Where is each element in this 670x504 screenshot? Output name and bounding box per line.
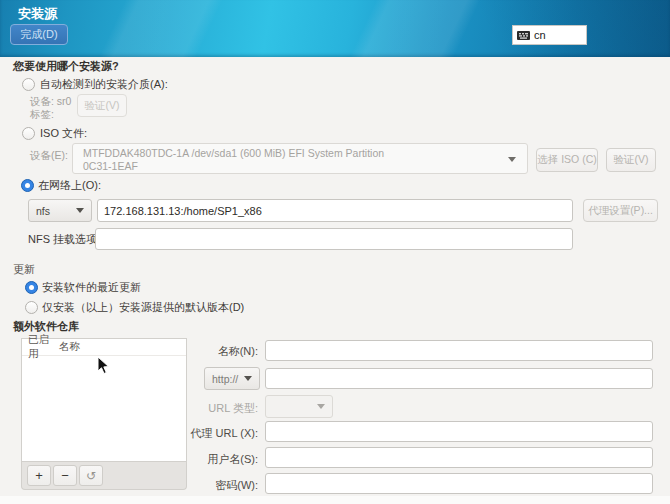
protocol-value: nfs — [36, 205, 50, 217]
default-only-radio[interactable] — [25, 301, 38, 314]
iso-file-radio[interactable] — [22, 127, 35, 140]
default-only-label: 仅安装（以上）安装源提供的默认版本(D) — [42, 300, 244, 315]
username-input[interactable] — [265, 447, 653, 468]
protocol-combo[interactable]: nfs — [28, 199, 92, 222]
proxy-url-input[interactable] — [265, 421, 653, 442]
network-label: 在网络上(O): — [38, 178, 101, 193]
repo-protocol-combo[interactable]: http:// — [204, 367, 260, 390]
installation-source-screen: 安装源 完成(D) cn 您要使用哪个安装源? 自动检测到的安装介质(A): 设… — [0, 0, 670, 504]
chevron-down-icon — [76, 208, 84, 213]
iso-device-combo[interactable]: MTFDDAK480TDC-1A /dev/sda1 (600 MiB) EFI… — [72, 143, 528, 174]
keyboard-layout-label: cn — [534, 29, 546, 41]
mouse-cursor — [97, 356, 110, 375]
iso-device-value-line2: 0C31-1EAF — [83, 160, 503, 173]
nfs-options-input[interactable] — [95, 228, 573, 250]
repo-name-label: 名称(N): — [120, 344, 258, 359]
source-question-heading: 您要使用哪个安装源? — [13, 59, 119, 74]
proxy-url-label: 代理 URL (X): — [120, 426, 258, 441]
add-repo-button[interactable]: + — [27, 465, 51, 486]
revert-icon: ↺ — [86, 469, 96, 483]
tag-label: 标签: — [30, 108, 54, 122]
device-value: sr0 — [57, 95, 72, 107]
latest-updates-radio[interactable] — [25, 281, 38, 294]
keyboard-layout-indicator[interactable]: cn — [512, 25, 587, 45]
proxy-settings-button[interactable]: 代理设置(P)... — [583, 199, 658, 222]
iso-device-label: 设备(E): — [30, 149, 68, 163]
column-enabled: 已启用 — [22, 333, 53, 361]
username-label: 用户名(S): — [120, 452, 258, 467]
verify-iso-button[interactable]: 验证(V) — [606, 148, 656, 172]
password-label: 密码(W): — [120, 478, 258, 493]
remove-repo-button[interactable]: − — [53, 465, 77, 486]
repo-url-input[interactable] — [265, 368, 653, 389]
device-label: 设备: — [30, 95, 54, 107]
repo-name-input[interactable] — [265, 340, 653, 361]
chevron-down-icon — [244, 376, 252, 381]
url-type-label: URL 类型: — [120, 401, 258, 416]
latest-updates-label: 安装软件的最近更新 — [42, 280, 141, 295]
choose-iso-button[interactable]: 选择 ISO (C) — [536, 148, 598, 172]
column-name: 名称 — [53, 340, 80, 354]
url-type-combo[interactable] — [265, 395, 333, 418]
chevron-down-icon — [317, 404, 325, 409]
updates-heading: 更新 — [13, 262, 35, 277]
password-input[interactable] — [265, 473, 653, 494]
iso-device-value-line1: MTFDDAK480TDC-1A /dev/sda1 (600 MiB) EFI… — [83, 147, 503, 160]
auto-detect-radio[interactable] — [22, 78, 35, 91]
chevron-down-icon — [508, 157, 516, 162]
revert-repo-button[interactable]: ↺ — [79, 465, 103, 486]
auto-detect-label: 自动检测到的安装介质(A): — [40, 77, 168, 92]
repos-heading: 额外软件仓库 — [13, 319, 79, 334]
done-button[interactable]: 完成(D) — [10, 24, 68, 45]
keyboard-icon — [517, 31, 530, 40]
page-title: 安装源 — [18, 5, 57, 23]
bottom-strip — [0, 496, 670, 504]
repo-protocol-value: http:// — [212, 373, 238, 385]
nfs-options-label: NFS 挂载选项: — [28, 232, 100, 247]
network-radio[interactable] — [21, 179, 34, 192]
iso-file-label: ISO 文件: — [40, 126, 87, 141]
network-url-input[interactable] — [97, 199, 573, 222]
device-line: 设备: sr0 — [30, 95, 71, 109]
verify-media-button[interactable]: 验证(V) — [77, 94, 127, 117]
